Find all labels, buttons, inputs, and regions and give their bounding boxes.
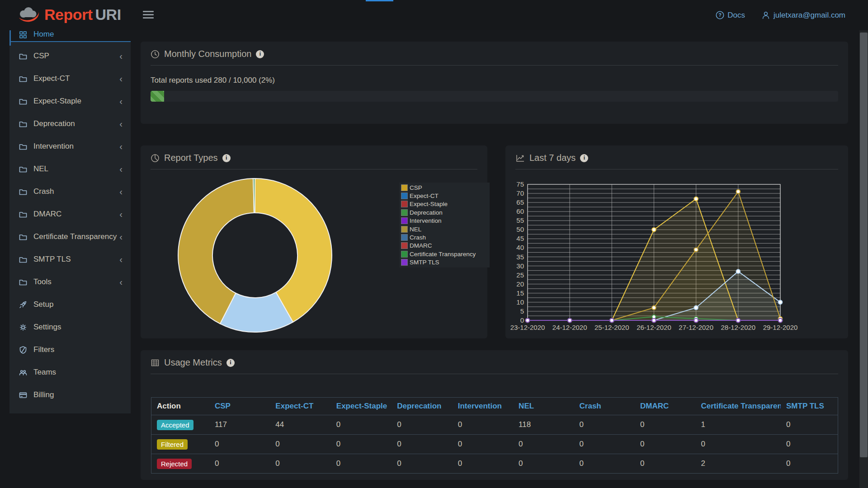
- legend-item-intervention[interactable]: Intervention: [401, 217, 490, 225]
- sidebar-item-label: Teams: [33, 368, 56, 377]
- legend-item-deprecation[interactable]: Deprecation: [401, 208, 490, 216]
- hamburger-menu-button[interactable]: [143, 11, 154, 20]
- table-row-filtered: Filtered0000000000: [151, 435, 838, 454]
- donut-segment-certificate-transparency: [253, 178, 255, 213]
- legend-item-dmarc[interactable]: DMARC: [401, 242, 490, 250]
- chevron-left-icon: ‹: [119, 52, 131, 61]
- column-header-dmarc[interactable]: DMARC: [635, 398, 695, 415]
- column-header-intervention[interactable]: Intervention: [453, 398, 513, 415]
- metric-value: 0: [331, 415, 392, 435]
- sidebar-item-label: Intervention: [33, 142, 74, 151]
- svg-text:75: 75: [516, 180, 524, 188]
- legend-label: Intervention: [410, 217, 442, 224]
- column-header-nel[interactable]: NEL: [513, 398, 574, 415]
- metric-value: 0: [453, 454, 513, 474]
- metric-value: 0: [574, 454, 635, 474]
- column-header-action[interactable]: Action: [151, 398, 209, 415]
- user-account-menu[interactable]: juletxara@gmail.com: [761, 11, 845, 20]
- svg-text:60: 60: [516, 207, 524, 215]
- data-point-smtp-tls: [694, 319, 698, 323]
- legend-item-expect-staple[interactable]: Expect-Staple: [401, 200, 490, 208]
- legend-item-expect-ct[interactable]: Expect-CT: [401, 192, 490, 200]
- chevron-left-icon: ‹: [119, 255, 131, 264]
- docs-link[interactable]: ? Docs: [716, 11, 745, 20]
- divider: [151, 169, 477, 169]
- info-icon[interactable]: i: [256, 50, 264, 58]
- metric-value: 0: [270, 454, 330, 474]
- sidebar-item-label: NEL: [33, 164, 48, 174]
- folder-icon: [19, 188, 28, 196]
- scrollbar-thumb[interactable]: [860, 33, 868, 457]
- metric-value: 0: [331, 435, 392, 454]
- gear-icon: [19, 323, 28, 332]
- svg-text:55: 55: [516, 216, 524, 224]
- sidebar-item-label: Expect-Staple: [33, 97, 81, 106]
- last-7-days-header: Last 7 days i: [505, 145, 848, 163]
- sidebar-item-nel[interactable]: NEL‹: [9, 158, 131, 180]
- sidebar-item-home[interactable]: Home: [9, 30, 131, 42]
- shield-icon: [19, 346, 28, 354]
- column-header-smtp-tls[interactable]: SMTP TLS: [781, 398, 838, 415]
- metric-value: 0: [635, 415, 695, 435]
- metric-value: 0: [635, 454, 695, 474]
- usage-progress-fill: [151, 91, 164, 102]
- legend-item-csp[interactable]: CSP: [401, 183, 490, 192]
- sidebar-item-settings[interactable]: Settings: [9, 316, 131, 338]
- sidebar-item-billing[interactable]: Billing: [9, 384, 131, 406]
- column-header-certificate-transparency[interactable]: Certificate Transparency: [695, 398, 781, 415]
- metric-value: 118: [513, 415, 574, 435]
- sidebar-item-tools[interactable]: Tools‹: [9, 271, 131, 293]
- last-7-days-card: Last 7 days i 05101520253035404550556065…: [505, 145, 848, 338]
- table-icon: [151, 358, 160, 367]
- report-uri-logo[interactable]: ReportURI: [17, 6, 121, 23]
- data-point-smtp-tls: [652, 319, 656, 323]
- sidebar-item-filters[interactable]: Filters: [9, 338, 131, 361]
- sidebar-item-expect-staple[interactable]: Expect-Staple‹: [9, 90, 131, 113]
- monthly-consumption-header: Monthly Consumption i: [141, 42, 848, 59]
- sidebar-item-deprecation[interactable]: Deprecation‹: [9, 113, 131, 135]
- sidebar-item-label: Certificate Transparency: [33, 232, 117, 241]
- table-row-rejected: Rejected0000000020: [151, 454, 838, 474]
- table-row-accepted: Accepted117440001180010: [151, 415, 838, 435]
- sidebar-item-label: Setup: [33, 300, 53, 309]
- sidebar-item-intervention[interactable]: Intervention‹: [9, 135, 131, 158]
- sidebar-item-expect-ct[interactable]: Expect-CT‹: [9, 67, 131, 90]
- sidebar-item-crash[interactable]: Crash‹: [9, 180, 131, 203]
- sidebar-item-certificate-transparency[interactable]: Certificate Transparency‹: [9, 225, 131, 248]
- info-icon[interactable]: i: [580, 154, 588, 162]
- sidebar-item-dmarc[interactable]: DMARC‹: [9, 203, 131, 225]
- legend-item-nel[interactable]: NEL: [401, 225, 490, 233]
- legend-item-crash[interactable]: Crash: [401, 233, 490, 241]
- sidebar-item-smtp-tls[interactable]: SMTP TLS‹: [9, 248, 131, 271]
- folder-icon: [19, 75, 28, 83]
- sidebar-item-csp[interactable]: CSP‹: [9, 45, 131, 67]
- sidebar-item-setup[interactable]: Setup: [9, 293, 131, 316]
- metric-value: 0: [392, 454, 452, 474]
- column-header-expect-staple[interactable]: Expect-Staple: [331, 398, 392, 415]
- column-header-crash[interactable]: Crash: [574, 398, 635, 415]
- last-7-days-line-chart: 05101520253035404550556065707523-12-2020…: [505, 170, 848, 338]
- legend-swatch: [401, 234, 408, 241]
- column-header-csp[interactable]: CSP: [209, 398, 270, 415]
- folder-icon: [19, 142, 28, 151]
- info-icon[interactable]: i: [222, 154, 231, 162]
- rocket-icon: [19, 300, 28, 309]
- sidebar-item-teams[interactable]: Teams: [9, 361, 131, 384]
- legend-item-certificate-transparency[interactable]: Certificate Transparency: [401, 250, 490, 258]
- legend-swatch: [401, 209, 408, 216]
- metric-value: 0: [209, 454, 270, 474]
- sidebar-item-label: Tools: [33, 277, 52, 286]
- legend-item-smtp-tls[interactable]: SMTP TLS: [401, 258, 490, 267]
- metric-value: 0: [453, 415, 513, 435]
- chevron-left-icon: ‹: [119, 119, 131, 128]
- folder-icon: [19, 52, 28, 61]
- legend-label: Expect-Staple: [410, 201, 448, 207]
- info-icon[interactable]: i: [226, 359, 235, 367]
- column-header-expect-ct[interactable]: Expect-CT: [270, 398, 330, 415]
- sidebar-item-label: Filters: [33, 345, 54, 354]
- legend-label: DMARC: [410, 242, 432, 249]
- sidebar-item-label: Deprecation: [33, 119, 75, 128]
- page-scrollbar[interactable]: [859, 30, 868, 488]
- column-header-deprecation[interactable]: Deprecation: [392, 398, 452, 415]
- folder-icon: [19, 255, 28, 264]
